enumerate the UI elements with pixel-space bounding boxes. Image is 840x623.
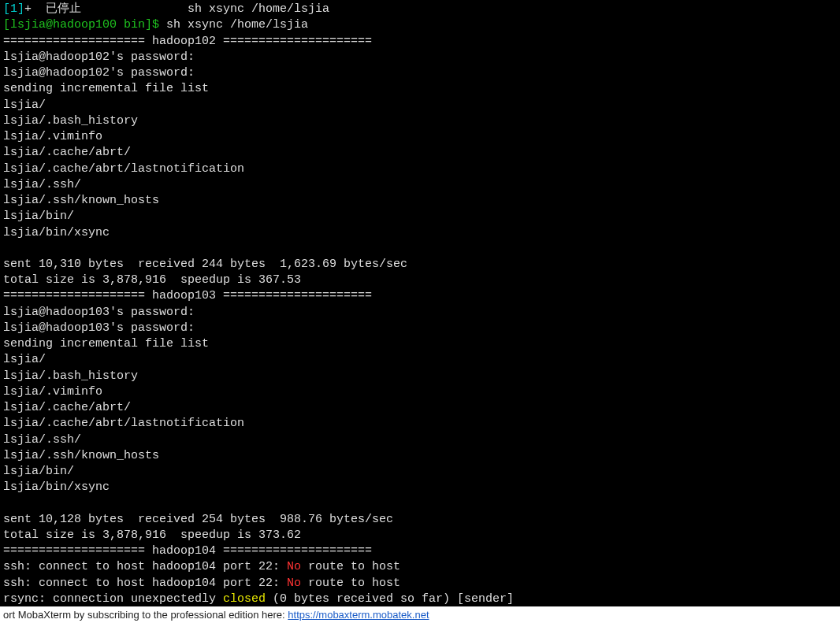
ssh-err-suffix: route to host <box>301 560 400 573</box>
rsync-err-prefix: rsync: connection unexpectedly <box>3 592 223 606</box>
h103-file: lsjia/.ssh/ <box>3 432 837 448</box>
ssh-err-prefix: ssh: connect to host hadoop104 port 22: <box>3 560 287 573</box>
h102-sent: sent 10,310 bytes received 244 bytes 1,6… <box>3 257 837 273</box>
status-bar: ort MobaXterm by subscribing to the prof… <box>0 606 840 623</box>
h103-total: total size is 3,878,916 speedup is 373.6… <box>3 528 837 543</box>
terminal-output[interactable]: [1]+ 已停止 sh xsync /home/lsjia [lsjia@had… <box>0 0 840 606</box>
h103-password-1: lsjia@hadoop103's password: <box>3 305 837 321</box>
h102-file: lsjia/.cache/abrt/ <box>3 145 837 161</box>
prompt-cmd: sh xsync /home/lsjia <box>166 18 308 32</box>
prompt-open: [ <box>3 18 10 32</box>
job-id: [1] <box>3 2 24 16</box>
h103-file: lsjia/bin/xsync <box>3 480 837 495</box>
rsync-err-closed: closed <box>223 592 266 606</box>
h102-total: total size is 3,878,916 speedup is 367.5… <box>3 273 837 288</box>
prompt-userhost: lsjia@hadoop100 <box>10 18 117 32</box>
separator-104: ==================== hadoop104 =========… <box>3 543 837 559</box>
h102-file: lsjia/.ssh/known_hosts <box>3 193 837 209</box>
footer-text: ort MobaXterm by subscribing to the prof… <box>3 609 288 621</box>
job-status-line: [1]+ 已停止 sh xsync /home/lsjia <box>3 2 837 17</box>
job-plus: + <box>24 2 32 16</box>
h102-file: lsjia/.ssh/ <box>3 177 837 193</box>
h103-sending: sending incremental file list <box>3 336 837 352</box>
blank-line <box>3 241 837 257</box>
prompt-close: ]$ <box>145 18 166 32</box>
h102-file: lsjia/.cache/abrt/lastnotification <box>3 161 837 177</box>
h104-ssh-error-2: ssh: connect to host hadoop104 port 22: … <box>3 576 837 591</box>
h102-file: lsjia/bin/ <box>3 209 837 224</box>
prompt-line: [lsjia@hadoop100 bin]$ sh xsync /home/ls… <box>3 17 837 33</box>
h103-file: lsjia/.bash_history <box>3 369 837 384</box>
ssh-err-suffix: route to host <box>301 577 400 590</box>
prompt-cwd: bin <box>117 18 145 32</box>
h103-file: lsjia/.viminfo <box>3 384 837 400</box>
h104-ssh-error-1: ssh: connect to host hadoop104 port 22: … <box>3 559 837 575</box>
h102-password-2: lsjia@hadoop102's password: <box>3 65 837 81</box>
ssh-err-prefix: ssh: connect to host hadoop104 port 22: <box>3 577 287 590</box>
h103-file: lsjia/.ssh/known_hosts <box>3 448 837 464</box>
footer-link[interactable]: https://mobaxterm.mobatek.net <box>288 609 429 621</box>
h102-file: lsjia/bin/xsync <box>3 225 837 241</box>
h102-file: lsjia/.bash_history <box>3 113 837 129</box>
h103-file: lsjia/.cache/abrt/lastnotification <box>3 416 837 432</box>
ssh-err-no: No <box>287 560 301 573</box>
h103-file: lsjia/.cache/abrt/ <box>3 400 837 416</box>
job-status: 已停止 <box>46 2 81 16</box>
h103-password-2: lsjia@hadoop103's password: <box>3 321 837 336</box>
separator-102: ==================== hadoop102 =========… <box>3 34 837 50</box>
h103-file: lsjia/bin/ <box>3 464 837 480</box>
h103-file: lsjia/ <box>3 352 837 368</box>
h102-file: lsjia/ <box>3 98 837 113</box>
ssh-err-no: No <box>287 577 301 590</box>
rsync-err-suffix: (0 bytes received so far) [sender] <box>266 592 514 606</box>
h102-file: lsjia/.viminfo <box>3 129 837 145</box>
h104-rsync-error: rsync: connection unexpectedly closed (0… <box>3 591 837 606</box>
blank-line <box>3 496 837 512</box>
h102-sending: sending incremental file list <box>3 81 837 97</box>
separator-103: ==================== hadoop103 =========… <box>3 288 837 304</box>
h103-sent: sent 10,128 bytes received 254 bytes 988… <box>3 512 837 528</box>
h102-password-1: lsjia@hadoop102's password: <box>3 50 837 65</box>
job-cmd: sh xsync /home/lsjia <box>188 2 329 16</box>
